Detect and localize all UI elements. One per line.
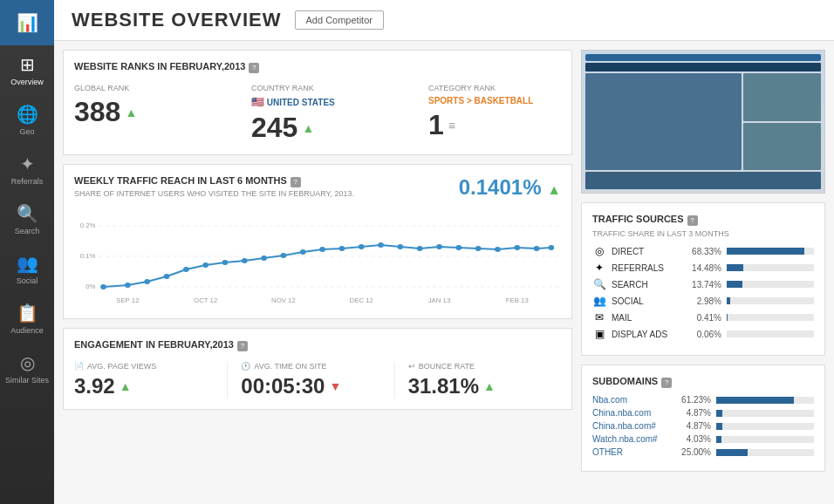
avg-time-value: 00:05:30 ▼ [241, 374, 385, 398]
bounce-rate-value: 31.81% ▲ [408, 374, 552, 398]
brand-icon: 📊 [17, 12, 38, 33]
source-bar [727, 248, 804, 255]
svg-point-24 [339, 246, 345, 251]
source-bar [727, 314, 728, 321]
sidebar-item-label: Audience [10, 326, 44, 335]
source-bar-container [727, 248, 814, 255]
traffic-sources-title: TRAFFIC SOURCES [592, 214, 684, 224]
sidebar-item-overview[interactable]: ⊞ Overview [0, 45, 54, 95]
sidebar-item-social[interactable]: 👥 Social [0, 244, 54, 294]
subdomain-name: China.nba.com [592, 408, 671, 418]
sidebar-item-search[interactable]: 🔍 Search [0, 194, 54, 244]
subdomains-card: SUBDOMAINS ? Nba.com 61.23% China.nba.co… [581, 364, 825, 472]
country-rank: COUNTRY RANK 🇺🇸 UNITED STATES 245 ▲ [251, 84, 384, 144]
traffic-sources-list: ◎ DIRECT 68.33% ✦ REFERRALS 14.48% 🔍 SEA… [592, 245, 814, 340]
category-rank: CATEGORY RANK SPORTS > BASKETBALL 1 ≡ [428, 84, 561, 141]
source-name: SEARCH [612, 280, 677, 289]
svg-point-18 [222, 260, 229, 265]
geo-icon: 🌐 [17, 104, 38, 125]
svg-text:NOV 12: NOV 12 [271, 296, 296, 303]
svg-point-28 [417, 246, 423, 251]
subdomain-name: China.nba.com# [592, 421, 671, 431]
svg-point-33 [514, 245, 520, 250]
page-title: WEBSITE OVERVIEW [72, 9, 282, 31]
traffic-trend-icon: ▲ [547, 182, 561, 197]
svg-text:0%: 0% [85, 283, 96, 289]
search-icon: 🔍 [17, 203, 38, 224]
preview-side-images [743, 73, 821, 170]
sidebar-item-geo[interactable]: 🌐 Geo [0, 95, 54, 145]
flag-icon: 🇺🇸 [251, 96, 264, 108]
svg-text:OCT 12: OCT 12 [194, 296, 217, 303]
svg-text:DEC 12: DEC 12 [350, 296, 373, 303]
sidebar-item-similar[interactable]: ◎ Similar Sites [0, 344, 54, 393]
sidebar-item-label: Referrals [11, 177, 44, 186]
source-bar-container [727, 330, 814, 337]
preview-bottom-bar [585, 172, 821, 189]
svg-text:JAN 13: JAN 13 [428, 296, 451, 303]
time-trend-icon: ▼ [329, 379, 341, 393]
ranks-info-icon[interactable]: ? [249, 63, 259, 73]
preview-main-image [585, 73, 742, 170]
engagement-card: ENGAGEMENT IN FEBRUARY,2013 ? 📄 AVG. PAG… [63, 328, 572, 410]
svg-point-15 [164, 274, 170, 279]
preview-small-image-1 [743, 73, 821, 121]
subdomain-row: China.nba.com# 4.87% [592, 421, 814, 431]
bounce-rate-label: ↩ BOUNCE RATE [408, 362, 552, 371]
source-icon: 👥 [592, 295, 606, 307]
subdomain-pct: 61.23% [676, 395, 711, 405]
audience-icon: 📋 [17, 303, 38, 324]
sidebar-item-label: Geo [19, 127, 34, 136]
website-preview-mockup [582, 51, 824, 193]
bounce-rate: ↩ BOUNCE RATE 31.81% ▲ [408, 362, 561, 398]
traffic-info-icon[interactable]: ? [291, 177, 301, 187]
subdomain-bar [716, 410, 722, 417]
subdomain-row: Watch.nba.com# 4.03% [592, 434, 814, 444]
source-name: DIRECT [612, 247, 677, 256]
svg-point-13 [125, 283, 131, 288]
traffic-source-row: ▣ DISPLAY ADS 0.06% [592, 328, 814, 340]
sidebar-item-label: Social [17, 276, 38, 285]
country-rank-label: COUNTRY RANK [251, 84, 384, 92]
avg-page-views-label: 📄 AVG. PAGE VIEWS [74, 362, 218, 371]
svg-point-27 [398, 244, 404, 249]
add-competitor-button[interactable]: Add Competitor [295, 10, 384, 30]
sidebar-item-audience[interactable]: 📋 Audience [0, 294, 54, 344]
subdomains-info-icon[interactable]: ? [661, 378, 672, 388]
left-panel: WEBSITE RANKS IN FEBRUARY,2013 ? GLOBAL … [63, 50, 572, 472]
traffic-card: WEEKLY TRAFFIC REACH IN LAST 6 MONTHS ? … [63, 164, 572, 319]
svg-point-26 [378, 242, 384, 248]
subdomain-bar-container [716, 449, 814, 456]
source-pct: 0.06% [682, 330, 721, 339]
avg-time-on-site: 🕐 AVG. TIME ON SITE 00:05:30 ▼ [241, 362, 394, 398]
source-pct: 13.74% [682, 280, 721, 289]
category-rank-label: CATEGORY RANK [428, 84, 561, 92]
engagement-title: ENGAGEMENT IN FEBRUARY,2013 [74, 339, 234, 350]
subdomain-pct: 25.00% [676, 447, 711, 457]
source-name: MAIL [612, 313, 677, 323]
overview-icon: ⊞ [20, 54, 35, 75]
svg-point-22 [300, 249, 306, 255]
source-name: REFERRALS [612, 263, 677, 273]
svg-point-32 [495, 247, 501, 252]
traffic-subtitle: SHARE OF INTERNET USERS WHO VISITED THE … [74, 189, 354, 198]
source-bar [727, 281, 742, 288]
engagement-info-icon[interactable]: ? [237, 341, 248, 351]
country-rank-trend-icon: ▲ [302, 121, 314, 135]
ranks-title: WEBSITE RANKS IN FEBRUARY,2013 [74, 61, 245, 72]
subdomain-name: OTHER [592, 447, 671, 457]
subdomain-bar-container [716, 410, 814, 417]
svg-point-25 [359, 244, 365, 249]
global-rank-trend-icon: ▲ [125, 106, 137, 119]
sidebar-item-referrals[interactable]: ✦ Referrals [0, 145, 54, 194]
referrals-icon: ✦ [20, 153, 35, 174]
sidebar-item-label: Overview [10, 78, 44, 86]
source-pct: 68.33% [682, 247, 721, 256]
subdomain-name: Nba.com [592, 395, 671, 405]
traffic-header: WEEKLY TRAFFIC REACH IN LAST 6 MONTHS ? … [74, 175, 561, 205]
svg-point-17 [202, 262, 208, 268]
subdomain-pct: 4.87% [676, 408, 711, 418]
page-views-icon: 📄 [74, 362, 84, 371]
traffic-sources-info-icon[interactable]: ? [687, 215, 698, 226]
category-rank-value: 1 ≡ [428, 109, 561, 141]
